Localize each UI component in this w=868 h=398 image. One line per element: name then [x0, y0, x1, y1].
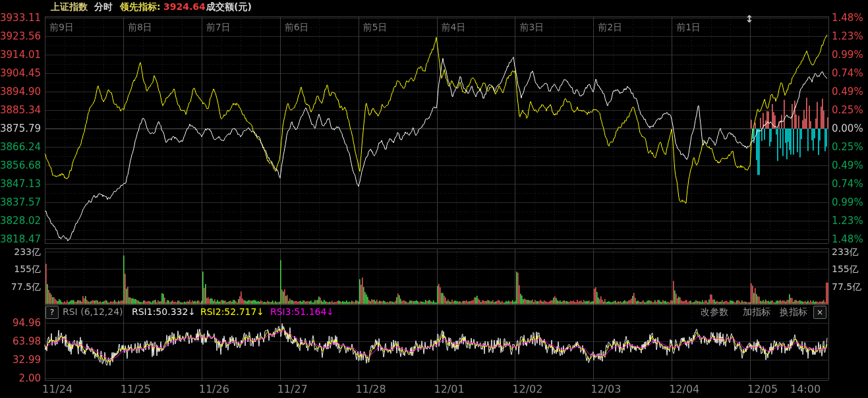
x-axis-date-label: 12/02	[512, 383, 542, 395]
x-axis-date-label: 12/03	[591, 383, 621, 395]
day-label: 前6日	[285, 22, 309, 34]
turnover-label: 成交额(元)	[206, 1, 252, 13]
main-price-axis-label: 3875.79	[0, 123, 41, 134]
main-price-axis-label: 3828.02	[0, 215, 41, 227]
rsi2-value: RSI2:52.717↓	[200, 306, 264, 317]
day-label: 前5日	[363, 22, 388, 34]
rsi-axis-label: 94.96	[0, 317, 41, 329]
volume-axis-label-right: 233亿	[832, 246, 859, 258]
x-axis-date-label: 12/01	[434, 383, 464, 395]
x-axis-date-label: 11/26	[199, 383, 229, 395]
main-price-axis-label: 3894.90	[0, 86, 41, 98]
day-label: 前4日	[442, 22, 466, 34]
multi-day-intraday-chart-canvas[interactable]	[0, 0, 868, 398]
main-price-axis-label: 3847.13	[0, 178, 41, 190]
add-indicator-button[interactable]: 加指标	[743, 306, 770, 318]
rsi-indicator-name[interactable]: RSI (6,12,24)	[63, 306, 123, 317]
day-label: 前8日	[128, 22, 152, 34]
rsi-axis-label: 32.99	[0, 354, 41, 366]
x-axis-date-label: 11/28	[356, 383, 386, 395]
main-price-axis-label: 3923.56	[0, 30, 41, 42]
main-price-axis-label: 3818.47	[0, 233, 41, 245]
main-percent-axis-label: 1.48%	[832, 12, 863, 24]
volume-axis-label-left: 77.5亿	[0, 281, 41, 293]
rsi-axis-label: 63.98	[0, 335, 41, 347]
x-axis-date-label: 11/25	[121, 383, 151, 395]
change-params-button[interactable]: 改参数	[701, 306, 728, 318]
main-percent-axis-label: 0.25%	[832, 141, 863, 153]
main-price-axis-label: 3837.57	[0, 196, 41, 208]
x-axis-date-label: 12/05	[747, 383, 778, 395]
main-percent-axis-label: 0.99%	[832, 49, 863, 61]
main-price-axis-label: 3904.45	[0, 67, 41, 79]
close-indicator-icon[interactable]: ×	[813, 306, 826, 319]
main-percent-axis-label: 0.49%	[832, 86, 863, 98]
rsi1-value: RSI1:50.332↓	[132, 306, 196, 317]
main-percent-axis-label: 0.00%	[832, 123, 863, 134]
rsi-axis-label: 2.00	[0, 372, 41, 384]
main-percent-axis-label: 1.23%	[832, 30, 863, 42]
main-percent-axis-label: 0.74%	[832, 67, 863, 79]
x-axis-date-label: 11/27	[277, 383, 308, 395]
x-axis-time-label: 14:00	[790, 383, 821, 395]
main-price-axis-label: 3856.68	[0, 159, 41, 171]
volume-axis-label-right: 77.5亿	[832, 281, 861, 293]
day-label: 前2日	[598, 22, 622, 34]
day-label: 前1日	[676, 22, 701, 34]
main-price-axis-label: 3885.34	[0, 104, 41, 116]
volume-axis-label-left: 233亿	[0, 246, 41, 258]
main-percent-axis-label: 0.74%	[832, 178, 863, 190]
rsi3-value: RSI3:51.164↓	[270, 306, 334, 317]
leading-indicator-value: 3924.64	[163, 1, 206, 12]
main-percent-axis-label: 0.49%	[832, 159, 863, 171]
main-price-axis-label: 3866.24	[0, 141, 41, 153]
x-axis-date-label: 12/04	[669, 383, 699, 395]
volume-axis-label-left: 155亿	[0, 263, 41, 275]
day-label: 前7日	[206, 22, 231, 34]
stock-chart-app: 上证指数 分时 领先指标: 3924.64 成交额(元) ↕ ? RSI (6,…	[0, 0, 868, 398]
main-percent-axis-label: 1.23%	[832, 215, 863, 227]
symbol-name[interactable]: 上证指数	[51, 1, 88, 13]
pane-splitter-icon[interactable]: ↕	[743, 13, 755, 25]
main-percent-axis-label: 0.99%	[832, 196, 863, 208]
help-icon[interactable]: ?	[45, 306, 59, 319]
main-price-axis-label: 3933.11	[0, 12, 41, 24]
mode-label[interactable]: 分时	[94, 1, 113, 13]
day-label: 前3日	[519, 22, 544, 34]
main-price-axis-label: 3914.01	[0, 49, 41, 61]
x-axis-date-label: 11/24	[42, 383, 72, 395]
switch-indicator-button[interactable]: 换指标	[780, 306, 807, 318]
leading-indicator-label: 领先指标:	[120, 1, 161, 13]
main-percent-axis-label: 0.25%	[832, 104, 863, 116]
main-percent-axis-label: 1.48%	[832, 233, 863, 245]
volume-axis-label-right: 155亿	[832, 263, 859, 275]
day-label: 前9日	[49, 22, 74, 34]
